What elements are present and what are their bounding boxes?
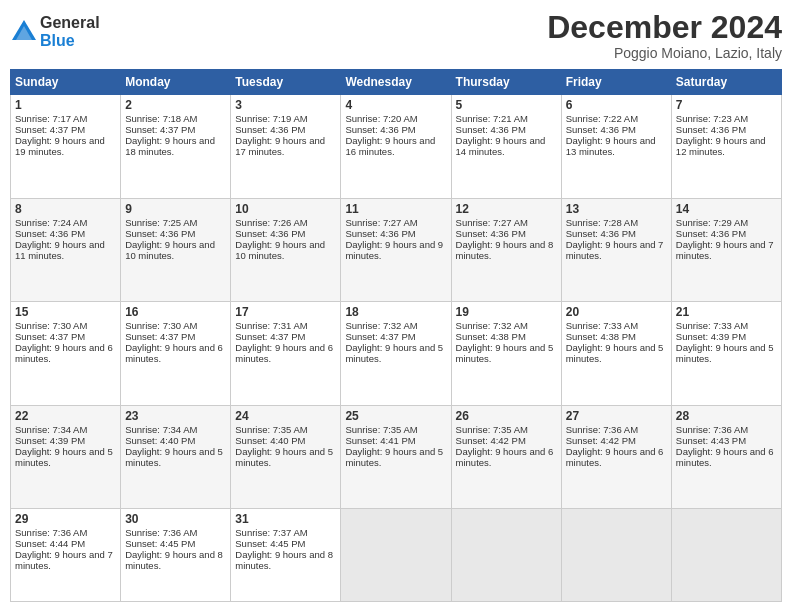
day-number: 14: [676, 202, 777, 216]
sunset-label: Sunset: 4:36 PM: [566, 124, 636, 135]
day-number: 25: [345, 409, 446, 423]
sunrise-label: Sunrise: 7:35 AM: [345, 424, 417, 435]
day-number: 3: [235, 98, 336, 112]
logo: General Blue: [10, 14, 100, 49]
table-row: [561, 509, 671, 602]
sunset-label: Sunset: 4:36 PM: [235, 124, 305, 135]
sunset-label: Sunset: 4:36 PM: [345, 228, 415, 239]
sunrise-label: Sunrise: 7:37 AM: [235, 527, 307, 538]
table-row: 17 Sunrise: 7:31 AM Sunset: 4:37 PM Dayl…: [231, 302, 341, 405]
table-row: 8 Sunrise: 7:24 AM Sunset: 4:36 PM Dayli…: [11, 198, 121, 301]
daylight-label: Daylight: 9 hours and 16 minutes.: [345, 135, 435, 157]
day-number: 1: [15, 98, 116, 112]
table-row: [671, 509, 781, 602]
day-number: 27: [566, 409, 667, 423]
col-wednesday: Wednesday: [341, 70, 451, 95]
sunset-label: Sunset: 4:40 PM: [235, 435, 305, 446]
day-number: 2: [125, 98, 226, 112]
day-number: 4: [345, 98, 446, 112]
sunset-label: Sunset: 4:36 PM: [456, 228, 526, 239]
daylight-label: Daylight: 9 hours and 18 minutes.: [125, 135, 215, 157]
sunset-label: Sunset: 4:44 PM: [15, 538, 85, 549]
table-row: 9 Sunrise: 7:25 AM Sunset: 4:36 PM Dayli…: [121, 198, 231, 301]
col-monday: Monday: [121, 70, 231, 95]
daylight-label: Daylight: 9 hours and 19 minutes.: [15, 135, 105, 157]
sunrise-label: Sunrise: 7:28 AM: [566, 217, 638, 228]
sunrise-label: Sunrise: 7:36 AM: [125, 527, 197, 538]
calendar: Sunday Monday Tuesday Wednesday Thursday…: [10, 69, 782, 602]
day-number: 5: [456, 98, 557, 112]
table-row: 15 Sunrise: 7:30 AM Sunset: 4:37 PM Dayl…: [11, 302, 121, 405]
daylight-label: Daylight: 9 hours and 5 minutes.: [125, 446, 223, 468]
sunrise-label: Sunrise: 7:19 AM: [235, 113, 307, 124]
table-row: 13 Sunrise: 7:28 AM Sunset: 4:36 PM Dayl…: [561, 198, 671, 301]
day-number: 26: [456, 409, 557, 423]
calendar-row: 1 Sunrise: 7:17 AM Sunset: 4:37 PM Dayli…: [11, 95, 782, 198]
table-row: [341, 509, 451, 602]
sunset-label: Sunset: 4:36 PM: [15, 228, 85, 239]
sunrise-label: Sunrise: 7:33 AM: [566, 320, 638, 331]
col-saturday: Saturday: [671, 70, 781, 95]
logo-blue: Blue: [40, 32, 100, 50]
sunset-label: Sunset: 4:36 PM: [345, 124, 415, 135]
sunset-label: Sunset: 4:45 PM: [125, 538, 195, 549]
sunset-label: Sunset: 4:38 PM: [566, 331, 636, 342]
table-row: 23 Sunrise: 7:34 AM Sunset: 4:40 PM Dayl…: [121, 405, 231, 508]
sunset-label: Sunset: 4:37 PM: [125, 331, 195, 342]
daylight-label: Daylight: 9 hours and 6 minutes.: [676, 446, 774, 468]
table-row: 31 Sunrise: 7:37 AM Sunset: 4:45 PM Dayl…: [231, 509, 341, 602]
day-number: 18: [345, 305, 446, 319]
sunset-label: Sunset: 4:41 PM: [345, 435, 415, 446]
sunset-label: Sunset: 4:43 PM: [676, 435, 746, 446]
daylight-label: Daylight: 9 hours and 6 minutes.: [456, 446, 554, 468]
daylight-label: Daylight: 9 hours and 17 minutes.: [235, 135, 325, 157]
day-number: 24: [235, 409, 336, 423]
sunrise-label: Sunrise: 7:21 AM: [456, 113, 528, 124]
table-row: 19 Sunrise: 7:32 AM Sunset: 4:38 PM Dayl…: [451, 302, 561, 405]
daylight-label: Daylight: 9 hours and 6 minutes.: [15, 342, 113, 364]
day-number: 28: [676, 409, 777, 423]
sunset-label: Sunset: 4:40 PM: [125, 435, 195, 446]
daylight-label: Daylight: 9 hours and 5 minutes.: [676, 342, 774, 364]
sunrise-label: Sunrise: 7:35 AM: [456, 424, 528, 435]
sunrise-label: Sunrise: 7:34 AM: [125, 424, 197, 435]
sunset-label: Sunset: 4:36 PM: [235, 228, 305, 239]
daylight-label: Daylight: 9 hours and 5 minutes.: [456, 342, 554, 364]
table-row: 16 Sunrise: 7:30 AM Sunset: 4:37 PM Dayl…: [121, 302, 231, 405]
table-row: 26 Sunrise: 7:35 AM Sunset: 4:42 PM Dayl…: [451, 405, 561, 508]
daylight-label: Daylight: 9 hours and 7 minutes.: [15, 549, 113, 571]
sunrise-label: Sunrise: 7:31 AM: [235, 320, 307, 331]
day-number: 21: [676, 305, 777, 319]
daylight-label: Daylight: 9 hours and 10 minutes.: [235, 239, 325, 261]
table-row: 28 Sunrise: 7:36 AM Sunset: 4:43 PM Dayl…: [671, 405, 781, 508]
table-row: 10 Sunrise: 7:26 AM Sunset: 4:36 PM Dayl…: [231, 198, 341, 301]
sunrise-label: Sunrise: 7:36 AM: [566, 424, 638, 435]
daylight-label: Daylight: 9 hours and 9 minutes.: [345, 239, 443, 261]
sunset-label: Sunset: 4:36 PM: [456, 124, 526, 135]
sunrise-label: Sunrise: 7:32 AM: [456, 320, 528, 331]
sunset-label: Sunset: 4:38 PM: [456, 331, 526, 342]
sunrise-label: Sunrise: 7:30 AM: [15, 320, 87, 331]
sunrise-label: Sunrise: 7:25 AM: [125, 217, 197, 228]
table-row: 5 Sunrise: 7:21 AM Sunset: 4:36 PM Dayli…: [451, 95, 561, 198]
sunset-label: Sunset: 4:42 PM: [566, 435, 636, 446]
sunset-label: Sunset: 4:36 PM: [676, 124, 746, 135]
daylight-label: Daylight: 9 hours and 6 minutes.: [235, 342, 333, 364]
table-row: 14 Sunrise: 7:29 AM Sunset: 4:36 PM Dayl…: [671, 198, 781, 301]
daylight-label: Daylight: 9 hours and 13 minutes.: [566, 135, 656, 157]
day-number: 23: [125, 409, 226, 423]
table-row: 7 Sunrise: 7:23 AM Sunset: 4:36 PM Dayli…: [671, 95, 781, 198]
table-row: 3 Sunrise: 7:19 AM Sunset: 4:36 PM Dayli…: [231, 95, 341, 198]
location: Poggio Moiano, Lazio, Italy: [547, 45, 782, 61]
daylight-label: Daylight: 9 hours and 10 minutes.: [125, 239, 215, 261]
logo-text: General Blue: [40, 14, 100, 49]
calendar-row: 22 Sunrise: 7:34 AM Sunset: 4:39 PM Dayl…: [11, 405, 782, 508]
sunset-label: Sunset: 4:42 PM: [456, 435, 526, 446]
daylight-label: Daylight: 9 hours and 8 minutes.: [125, 549, 223, 571]
sunrise-label: Sunrise: 7:29 AM: [676, 217, 748, 228]
daylight-label: Daylight: 9 hours and 5 minutes.: [15, 446, 113, 468]
col-friday: Friday: [561, 70, 671, 95]
sunset-label: Sunset: 4:39 PM: [676, 331, 746, 342]
daylight-label: Daylight: 9 hours and 7 minutes.: [676, 239, 774, 261]
sunset-label: Sunset: 4:36 PM: [566, 228, 636, 239]
